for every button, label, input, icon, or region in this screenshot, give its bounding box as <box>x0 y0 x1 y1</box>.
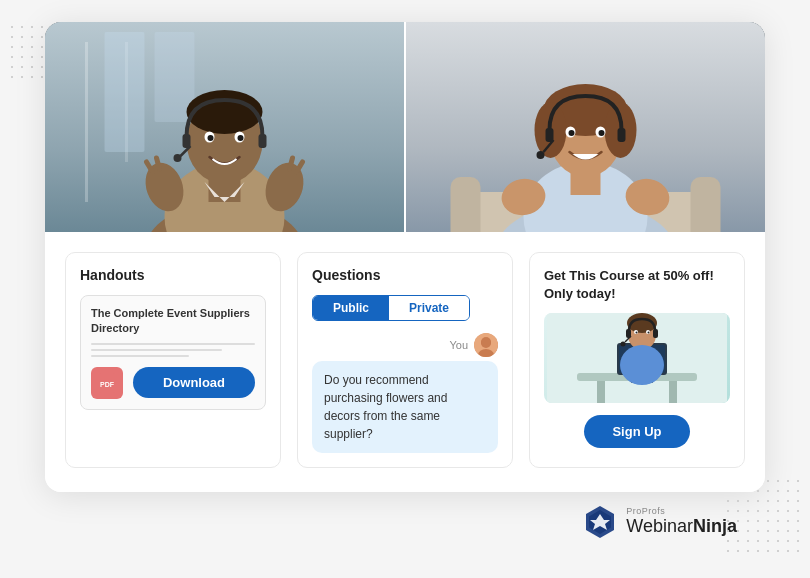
svg-line-21 <box>290 158 293 169</box>
course-person-svg <box>544 313 730 403</box>
person-left-svg <box>45 22 404 232</box>
handouts-title: Handouts <box>80 267 266 283</box>
panel-handouts: Handouts The Complete Event Suppliers Di… <box>65 252 281 468</box>
svg-point-57 <box>620 345 664 385</box>
brand-name-regular: Webinar <box>626 516 693 536</box>
video-left <box>45 22 406 232</box>
svg-line-19 <box>157 158 160 169</box>
brand-logo: ProProfs WebinarNinja <box>582 504 737 540</box>
svg-rect-31 <box>571 170 601 195</box>
question-bubble: Do you recommend purchasing flowers and … <box>312 361 498 453</box>
panel-course: Get This Course at 50% off! Only today! <box>529 252 745 468</box>
handout-item-title: The Complete Event Suppliers Directory <box>91 306 255 337</box>
handout-line-1 <box>91 343 255 345</box>
tab-public[interactable]: Public <box>313 296 389 320</box>
svg-point-14 <box>208 135 214 141</box>
brand-full-name: WebinarNinja <box>626 517 737 537</box>
svg-rect-50 <box>669 381 677 403</box>
main-card: Handouts The Complete Event Suppliers Di… <box>45 22 765 492</box>
svg-rect-59 <box>653 329 658 338</box>
question-text: Do you recommend purchasing flowers and … <box>324 373 447 441</box>
brand-icon-svg <box>582 504 618 540</box>
tab-private[interactable]: Private <box>389 296 469 320</box>
svg-point-15 <box>238 135 244 141</box>
svg-rect-33 <box>618 128 626 142</box>
handout-item: The Complete Event Suppliers Directory P… <box>80 295 266 410</box>
download-button[interactable]: Download <box>133 367 255 398</box>
panel-questions: Questions Public Private You <box>297 252 513 468</box>
question-meta: You <box>312 333 498 357</box>
person-right-svg <box>406 22 765 232</box>
svg-rect-24 <box>691 177 721 232</box>
questions-title: Questions <box>312 267 498 283</box>
svg-point-65 <box>648 332 650 334</box>
svg-rect-49 <box>597 381 605 403</box>
svg-text:PDF: PDF <box>100 381 115 388</box>
course-headline: Get This Course at 50% off! Only today! <box>544 267 730 303</box>
handout-line-3 <box>91 355 189 357</box>
svg-point-39 <box>599 130 605 136</box>
svg-rect-23 <box>451 177 481 232</box>
course-image <box>544 313 730 403</box>
signup-button[interactable]: Sign Up <box>584 415 689 448</box>
you-label: You <box>449 339 468 351</box>
svg-line-20 <box>297 162 303 172</box>
svg-rect-9 <box>259 134 267 148</box>
svg-point-64 <box>636 332 638 334</box>
brand-text: ProProfs WebinarNinja <box>626 507 737 537</box>
handout-lines <box>91 343 255 357</box>
svg-point-35 <box>537 151 545 159</box>
svg-point-11 <box>174 154 182 162</box>
handout-bottom: PDF Download <box>91 367 255 399</box>
svg-point-5 <box>187 90 263 134</box>
user-avatar <box>474 333 498 357</box>
handout-line-2 <box>91 349 222 351</box>
footer: ProProfs WebinarNinja <box>45 492 765 556</box>
svg-rect-0 <box>105 32 145 152</box>
video-section <box>45 22 765 232</box>
pdf-icon: PDF <box>91 367 123 399</box>
svg-line-18 <box>147 162 153 172</box>
panels-row: Handouts The Complete Event Suppliers Di… <box>45 232 765 492</box>
video-right <box>406 22 765 232</box>
pdf-file-icon: PDF <box>98 373 116 393</box>
questions-tabs: Public Private <box>312 295 470 321</box>
svg-point-61 <box>621 342 626 347</box>
svg-point-38 <box>569 130 575 136</box>
avatar-svg <box>474 333 498 357</box>
svg-point-45 <box>481 337 491 347</box>
